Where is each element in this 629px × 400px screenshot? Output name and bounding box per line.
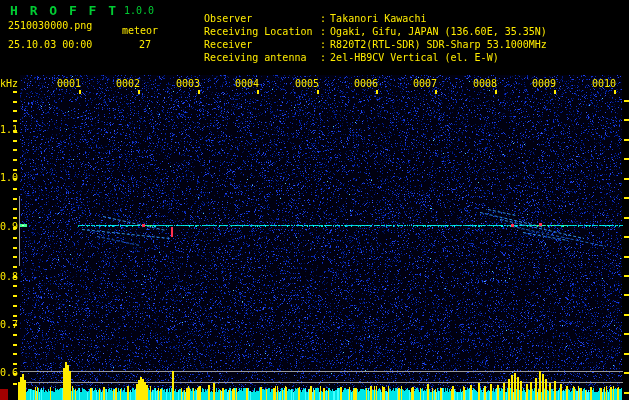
app-version: 1.0.0: [124, 5, 154, 16]
time-tick-label: 0008: [473, 78, 497, 89]
antenna-label: Receiving antenna: [204, 52, 320, 63]
time-tick-label: 0010: [592, 78, 616, 89]
separator: :: [320, 52, 330, 63]
freq-axis-unit: kHz: [0, 78, 18, 89]
antenna-value: 2el-HB9CV Vertical (el. E-W): [330, 52, 499, 63]
app-title: H R O F F T: [10, 3, 118, 18]
freq-tick-label: 0.9: [0, 221, 13, 232]
echo-count: 27: [139, 39, 151, 50]
mode-label: meteor: [122, 25, 158, 36]
time-tick-label: 0006: [354, 78, 378, 89]
time-tick-label: 0001: [57, 78, 81, 89]
freq-tick-label: 0.7: [0, 319, 13, 330]
time-tick-label: 0007: [413, 78, 437, 89]
antenna-row: Receiving antenna:2el-HB9CV Vertical (el…: [180, 41, 499, 74]
freq-tick-label: 0.6: [0, 367, 13, 378]
time-tick-label: 0009: [532, 78, 556, 89]
time-tick-label: 0005: [295, 78, 319, 89]
freq-tick-label: 1.0: [0, 172, 13, 183]
hrofft-window: H R O F F T 1.0.0 2510030000.png meteor …: [0, 0, 629, 400]
freq-tick-label: 0.8: [0, 271, 13, 282]
time-tick-label: 0003: [176, 78, 200, 89]
observation-datetime: 25.10.03 00:00: [8, 39, 92, 50]
time-tick-label: 0002: [116, 78, 140, 89]
output-filename: 2510030000.png: [8, 20, 92, 31]
freq-tick-label: 1.1: [0, 124, 13, 135]
time-tick-label: 0004: [235, 78, 259, 89]
